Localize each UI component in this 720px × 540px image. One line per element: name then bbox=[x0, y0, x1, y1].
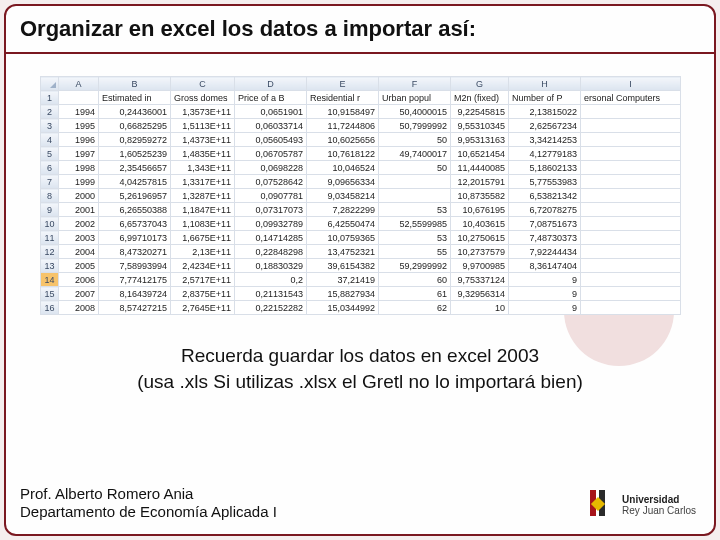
cell[interactable] bbox=[581, 259, 681, 273]
cell[interactable]: 6,99710173 bbox=[99, 231, 171, 245]
cell[interactable]: 1999 bbox=[59, 175, 99, 189]
cell[interactable]: 0,18830329 bbox=[235, 259, 307, 273]
cell[interactable] bbox=[581, 133, 681, 147]
row-header[interactable]: 8 bbox=[41, 189, 59, 203]
cell[interactable]: 2,13815022 bbox=[509, 105, 581, 119]
cell[interactable]: 2,8375E+11 bbox=[171, 287, 235, 301]
cell[interactable]: 0,82959272 bbox=[99, 133, 171, 147]
cell[interactable]: 8,36147404 bbox=[509, 259, 581, 273]
cell[interactable]: 59,2999992 bbox=[379, 259, 451, 273]
cell[interactable] bbox=[581, 105, 681, 119]
cell[interactable] bbox=[581, 273, 681, 287]
cell[interactable]: 0,06033714 bbox=[235, 119, 307, 133]
cell[interactable]: 13,4752321 bbox=[307, 245, 379, 259]
cell[interactable]: Residential r bbox=[307, 91, 379, 105]
cell[interactable]: 0,0698228 bbox=[235, 161, 307, 175]
cell[interactable]: 0,21131543 bbox=[235, 287, 307, 301]
cell[interactable]: 0,14714285 bbox=[235, 231, 307, 245]
cell[interactable] bbox=[59, 91, 99, 105]
cell[interactable]: 9,95313163 bbox=[451, 133, 509, 147]
cell[interactable]: 9,32956314 bbox=[451, 287, 509, 301]
cell[interactable]: 0,09932789 bbox=[235, 217, 307, 231]
col-header-E[interactable]: E bbox=[307, 77, 379, 91]
cell[interactable]: 8,47320271 bbox=[99, 245, 171, 259]
col-header-C[interactable]: C bbox=[171, 77, 235, 91]
cell[interactable]: 12,2015791 bbox=[451, 175, 509, 189]
cell[interactable]: 1997 bbox=[59, 147, 99, 161]
row-header[interactable]: 7 bbox=[41, 175, 59, 189]
cell[interactable]: 10,8735582 bbox=[451, 189, 509, 203]
cell[interactable]: 50,4000015 bbox=[379, 105, 451, 119]
cell[interactable]: 9,03458214 bbox=[307, 189, 379, 203]
row-header[interactable]: 16 bbox=[41, 301, 59, 315]
cell[interactable]: 2,4234E+11 bbox=[171, 259, 235, 273]
row-header[interactable]: 14 bbox=[41, 273, 59, 287]
cell[interactable]: 2004 bbox=[59, 245, 99, 259]
cell[interactable]: M2n (fixed) bbox=[451, 91, 509, 105]
cell[interactable] bbox=[581, 203, 681, 217]
cell[interactable]: 1,1847E+11 bbox=[171, 203, 235, 217]
cell[interactable]: 9 bbox=[509, 301, 581, 315]
row-header[interactable]: 1 bbox=[41, 91, 59, 105]
row-header[interactable]: 6 bbox=[41, 161, 59, 175]
cell[interactable]: 2006 bbox=[59, 273, 99, 287]
cell[interactable]: 5,26196957 bbox=[99, 189, 171, 203]
col-header-A[interactable]: A bbox=[59, 77, 99, 91]
cell[interactable]: 2,7645E+11 bbox=[171, 301, 235, 315]
col-header-H[interactable]: H bbox=[509, 77, 581, 91]
cell[interactable]: 2000 bbox=[59, 189, 99, 203]
cell[interactable]: 0,22848298 bbox=[235, 245, 307, 259]
cell[interactable]: 7,48730373 bbox=[509, 231, 581, 245]
cell[interactable]: 2,5717E+11 bbox=[171, 273, 235, 287]
cell[interactable]: Urban popul bbox=[379, 91, 451, 105]
cell[interactable]: 1,3573E+11 bbox=[171, 105, 235, 119]
cell[interactable]: 4,12779183 bbox=[509, 147, 581, 161]
cell[interactable]: 6,65737043 bbox=[99, 217, 171, 231]
cell[interactable]: 1,3287E+11 bbox=[171, 189, 235, 203]
cell[interactable]: 1,5113E+11 bbox=[171, 119, 235, 133]
cell[interactable]: 2007 bbox=[59, 287, 99, 301]
cell[interactable]: 9,09656334 bbox=[307, 175, 379, 189]
cell[interactable]: 10,6025656 bbox=[307, 133, 379, 147]
cell[interactable]: Price of a B bbox=[235, 91, 307, 105]
cell[interactable] bbox=[581, 119, 681, 133]
cell[interactable]: 0,22152282 bbox=[235, 301, 307, 315]
cell[interactable]: 2003 bbox=[59, 231, 99, 245]
row-header[interactable]: 15 bbox=[41, 287, 59, 301]
cell[interactable]: 6,42550474 bbox=[307, 217, 379, 231]
cell[interactable]: 2005 bbox=[59, 259, 99, 273]
cell[interactable]: 1995 bbox=[59, 119, 99, 133]
cell[interactable]: 7,92244434 bbox=[509, 245, 581, 259]
cell[interactable]: 2,62567234 bbox=[509, 119, 581, 133]
col-header-I[interactable]: I bbox=[581, 77, 681, 91]
cell[interactable]: Number of P bbox=[509, 91, 581, 105]
cell[interactable]: 15,0344992 bbox=[307, 301, 379, 315]
cell[interactable]: 49,7400017 bbox=[379, 147, 451, 161]
cell[interactable]: 4,04257815 bbox=[99, 175, 171, 189]
cell[interactable]: 10,403615 bbox=[451, 217, 509, 231]
row-header[interactable]: 13 bbox=[41, 259, 59, 273]
cell[interactable]: 50 bbox=[379, 161, 451, 175]
col-header-G[interactable]: G bbox=[451, 77, 509, 91]
cell[interactable]: Estimated in bbox=[99, 91, 171, 105]
cell[interactable]: 0,24436001 bbox=[99, 105, 171, 119]
cell[interactable] bbox=[581, 175, 681, 189]
cell[interactable]: 2,13E+11 bbox=[171, 245, 235, 259]
col-header-B[interactable]: B bbox=[99, 77, 171, 91]
cell[interactable]: 10,046524 bbox=[307, 161, 379, 175]
cell[interactable]: 1,3317E+11 bbox=[171, 175, 235, 189]
cell[interactable]: 9,75337124 bbox=[451, 273, 509, 287]
cell[interactable] bbox=[581, 217, 681, 231]
cell[interactable]: 6,53821342 bbox=[509, 189, 581, 203]
cell[interactable]: 6,72078275 bbox=[509, 203, 581, 217]
cell[interactable] bbox=[581, 189, 681, 203]
cell[interactable]: 1,4373E+11 bbox=[171, 133, 235, 147]
cell[interactable]: 15,8827934 bbox=[307, 287, 379, 301]
row-header[interactable]: 2 bbox=[41, 105, 59, 119]
cell[interactable]: 62 bbox=[379, 301, 451, 315]
cell[interactable]: 7,58993994 bbox=[99, 259, 171, 273]
cell[interactable]: 2008 bbox=[59, 301, 99, 315]
cell[interactable]: 10,6521454 bbox=[451, 147, 509, 161]
cell[interactable]: 37,21419 bbox=[307, 273, 379, 287]
cell[interactable]: 61 bbox=[379, 287, 451, 301]
